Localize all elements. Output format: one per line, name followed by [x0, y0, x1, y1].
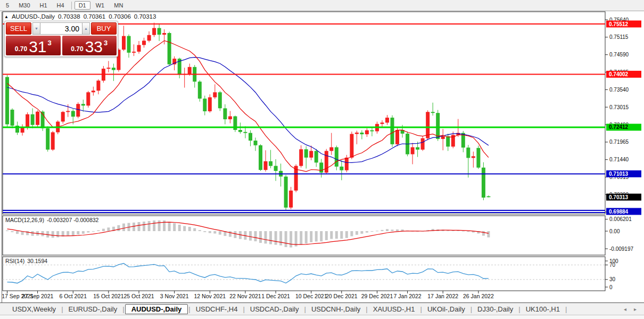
candle-body [31, 114, 35, 125]
chart-title: ▲ AUDUSD-,Daily 0.70338 0.70361 0.70306 … [4, 13, 156, 20]
axis-label: 0.74002 [609, 71, 629, 77]
macd-histogram-bar [16, 231, 19, 234]
sell-button[interactable]: SELL [6, 22, 31, 35]
macd-histogram-bar [275, 231, 277, 245]
timeframe-button-d1[interactable]: D1 [75, 1, 90, 10]
candle-body [26, 114, 29, 127]
candle-body [51, 132, 55, 150]
candle-body [426, 112, 430, 138]
candle-body [223, 108, 227, 119]
axis-label: 27 Sep 2021 [22, 293, 54, 299]
candle-body [46, 128, 49, 150]
chart-tab-audusd-daily[interactable]: AUDUSD-,Daily [125, 304, 188, 314]
symbol-period-label: AUDUSD-,Daily [12, 13, 55, 20]
candle-body [158, 28, 161, 35]
timeframe-button-h4[interactable]: H4 [53, 1, 69, 10]
macd-histogram-bar [290, 231, 292, 248]
tab-scroll-left-icon[interactable]: ◂ [624, 306, 626, 312]
ask-price-prefix: 0.70 [71, 45, 83, 53]
macd-histogram-bar [87, 231, 89, 233]
chart-tab-usdx-weekly[interactable]: USDX,Weekly [7, 305, 61, 314]
macd-histogram-bar [340, 231, 343, 239]
buy-button[interactable]: BUY [91, 22, 117, 35]
candle-body [198, 81, 202, 99]
axis-label: 0.70313 [609, 194, 629, 200]
macd-histogram-bar [102, 229, 105, 232]
axis-label: 10 Dec 2021 [295, 293, 327, 299]
rsi-name: RSI(14) [5, 258, 24, 264]
macd-histogram-bar [482, 231, 485, 236]
candle-body [370, 130, 374, 132]
macd-histogram-bar [209, 231, 211, 233]
macd-histogram-bar [366, 231, 368, 233]
volume-increase-button[interactable]: ▲ [82, 22, 90, 35]
candle-body [243, 132, 247, 133]
macd-histogram-bar [97, 230, 100, 231]
macd-histogram-bar [285, 231, 287, 247]
candle-body [319, 162, 323, 173]
macd-histogram-bar [203, 231, 206, 232]
macd-histogram-bar [92, 231, 95, 232]
ask-price-big: 33 [85, 38, 103, 55]
macd-histogram-bar [259, 231, 262, 243]
candle-body [299, 149, 303, 166]
axis-label: 0.71013 [609, 171, 629, 177]
chart-tab-usdcad-daily[interactable]: USDCAD-,Daily [245, 305, 304, 314]
macd-histogram-bar [11, 231, 14, 232]
chart-tab-xauusd-h1[interactable]: XAUUSD-,H1 [368, 305, 420, 314]
chart-tab-usdchf-h4[interactable]: USDCHF-,H4 [191, 305, 243, 314]
timeframe-button-mn[interactable]: MN [110, 1, 127, 10]
candle-body [264, 161, 268, 170]
axis-label: 3 Nov 2021 [160, 293, 189, 299]
candle-body [122, 36, 126, 50]
candle-body [168, 33, 171, 64]
tab-scroll-right-icon[interactable]: ▸ [634, 306, 637, 312]
candle-body [421, 138, 425, 150]
candle-body [360, 133, 364, 134]
macd-histogram-bar [72, 231, 75, 235]
candle-body [416, 148, 419, 150]
macd-histogram-bar [396, 230, 399, 231]
timeframe-button-h1[interactable]: H1 [36, 1, 52, 10]
macd-histogram-bar [6, 231, 9, 231]
candle-body [325, 151, 328, 173]
rsi-value: 30.1594 [27, 258, 47, 264]
macd-histogram-bar [31, 231, 34, 236]
timeframe-button-w1[interactable]: W1 [92, 1, 109, 10]
candle-body [66, 111, 70, 112]
timeframe-button-m30[interactable]: M30 [14, 1, 34, 10]
axis-label: 0.71440 [609, 157, 629, 162]
macd-histogram-bar [487, 231, 490, 238]
macd-indicator-label: MACD(12,26,9) -0.003207 -0.000832 [5, 217, 98, 223]
macd-histogram-bar [193, 228, 196, 232]
rsi-pane[interactable] [3, 257, 605, 291]
macd-histogram-bar [254, 231, 257, 241]
volume-input[interactable]: 3.00 [40, 22, 82, 35]
collapse-arrow-icon[interactable]: ▲ [4, 14, 9, 19]
candle-body [142, 40, 146, 45]
candle-body [188, 67, 192, 74]
axis-label: 6 Oct 2021 [60, 293, 87, 299]
chart-tab-ukoil-daily[interactable]: UKOil-,Daily [423, 305, 470, 314]
ask-price-block[interactable]: 0.70 33 3 [62, 36, 117, 55]
toolbar-separator [71, 2, 72, 10]
candle-body [340, 167, 343, 170]
chart-tab-uk100-h1[interactable]: UK100-,H1 [521, 305, 565, 314]
chart-tab-dj30-daily[interactable]: DJ30-,Daily [473, 305, 518, 314]
bid-price-block[interactable]: 0.70 31 3 [6, 36, 61, 55]
macd-histogram-bar [310, 231, 312, 242]
volume-decrease-button[interactable]: ▼ [32, 22, 40, 35]
macd-histogram-bar [213, 231, 216, 234]
macd-histogram-bar [350, 231, 353, 236]
macd-histogram-bar [376, 231, 378, 231]
macd-histogram-bar [269, 231, 272, 244]
macd-histogram-bar [188, 227, 191, 231]
one-click-trade-panel: SELL ▼ 3.00 ▲ BUY 0.70 31 3 0.70 33 3 [4, 21, 118, 57]
macd-histogram-bar [320, 231, 323, 241]
macd-histogram-bar [143, 222, 145, 231]
chart-tab-eurusd-daily[interactable]: EURUSD-,Daily [64, 305, 122, 314]
timeframe-button-5[interactable]: 5 [2, 1, 13, 10]
candle-body [381, 122, 384, 124]
axis-label: 25 Oct 2021 [123, 293, 154, 299]
chart-tab-usdcnh-daily[interactable]: USDCNH-,Daily [307, 305, 365, 314]
